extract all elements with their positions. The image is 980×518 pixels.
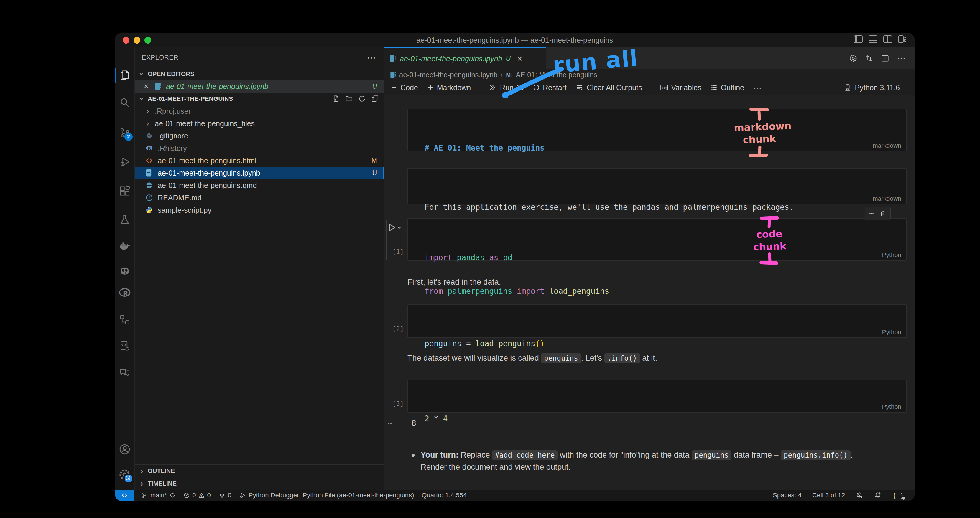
restart-kernel-button[interactable]: Restart: [532, 83, 566, 92]
comments-icon[interactable]: [115, 362, 134, 383]
delete-cell-icon[interactable]: [879, 210, 886, 217]
run-debug-icon[interactable]: [115, 151, 134, 172]
cell-more-icon[interactable]: ⋯: [869, 209, 874, 218]
run-cell-button[interactable]: [387, 222, 402, 232]
open-editors-section[interactable]: › OPEN EDITORS: [135, 68, 383, 80]
kernel-picker[interactable]: Python 3.11.6: [844, 83, 915, 92]
breadcrumb-file[interactable]: ae-01-meet-the-penguins.ipynb: [399, 71, 498, 79]
split-editor-icon[interactable]: [881, 54, 889, 62]
file-row[interactable]: sample-script.py: [135, 204, 383, 216]
notebook-body: # AE 01: Meet the penguins ## Greg Chism…: [384, 95, 915, 490]
git-status-badge: U: [372, 83, 377, 91]
broadcast-icon: [218, 492, 226, 499]
testing-flask-icon[interactable]: [115, 210, 134, 230]
cell-language-label: Python: [882, 251, 901, 258]
add-markdown-cell-button[interactable]: Markdown: [427, 83, 471, 92]
file-row[interactable]: README.md: [135, 192, 383, 204]
hierarchy-icon[interactable]: [115, 309, 134, 330]
branch-status[interactable]: main*: [142, 491, 176, 499]
quarto-status[interactable]: Quarto: 1.4.554: [422, 491, 467, 499]
notifications-bell-icon[interactable]: [874, 491, 881, 499]
customize-layout-icon[interactable]: [898, 35, 907, 43]
debugger-status[interactable]: Python Debugger: Python File (ae-01-meet…: [239, 491, 414, 499]
output-more-icon[interactable]: ⋯: [388, 419, 393, 427]
settings-gear-icon[interactable]: [115, 464, 134, 485]
code-cell[interactable]: 2 * 4 [3] Python: [407, 380, 907, 413]
file-row[interactable]: ae-01-meet-the-penguins.qmd: [135, 179, 383, 192]
timeline-section[interactable]: › TIMELINE: [135, 477, 383, 490]
file-row[interactable]: R .Rhistory: [135, 142, 383, 154]
cell-position-indicator[interactable]: Cell 3 of 12: [812, 491, 845, 499]
markdown-source-cell[interactable]: # AE 01: Meet the penguins ## Greg Chism…: [407, 109, 907, 151]
problems-status[interactable]: 0 0: [183, 491, 211, 499]
breadcrumb[interactable]: ae-01-meet-the-penguins.ipynb › M↓ AE 01…: [384, 69, 915, 80]
minimize-window-button[interactable]: [134, 37, 140, 44]
variables-button[interactable]: (x) Variables: [660, 83, 702, 92]
split-editor-layout-icon[interactable]: [883, 35, 892, 43]
tab-close-icon[interactable]: ×: [516, 54, 523, 64]
braces-indicator-icon[interactable]: { }: [892, 492, 904, 499]
close-window-button[interactable]: [123, 37, 129, 44]
add-code-cell-button[interactable]: Code: [390, 83, 418, 92]
file-row-selected[interactable]: ae-01-meet-the-penguins.ipynb U: [135, 167, 383, 179]
ports-status[interactable]: 0: [218, 491, 231, 499]
file-row[interactable]: › .Rproj.user: [135, 105, 383, 117]
outline-button[interactable]: Outline: [710, 83, 744, 92]
python-file-icon: [145, 206, 154, 215]
spaces-indicator[interactable]: Spaces: 4: [773, 491, 802, 499]
r-language-icon[interactable]: R: [115, 283, 134, 303]
new-folder-icon[interactable]: [345, 95, 353, 103]
file-row[interactable]: ae-01-meet-the-penguins.html M: [135, 154, 383, 167]
outline-section[interactable]: › OUTLINE: [135, 464, 383, 477]
close-editor-icon[interactable]: ×: [142, 82, 150, 91]
copilot-icon[interactable]: [115, 261, 134, 282]
code-token: pd: [498, 253, 512, 262]
status-bar: main* 0 0 0 Python Debugger: Python File…: [115, 490, 915, 501]
zoom-window-button[interactable]: [145, 37, 151, 44]
file-row[interactable]: .gitignore: [135, 130, 383, 142]
cell-language-label: Python: [882, 329, 901, 335]
collapse-all-icon[interactable]: [371, 95, 379, 103]
file-name: .Rproj.user: [155, 107, 191, 116]
code-line: import pandas as pd: [425, 252, 900, 263]
sync-icon: [169, 492, 176, 499]
refresh-icon[interactable]: [358, 95, 366, 103]
settings-sync-clock-badge: [124, 474, 133, 483]
notebook-file-icon: [154, 82, 162, 91]
tab-bar: ae-01-meet-the-penguins.ipynb U × ⋯: [384, 47, 915, 69]
cell-language-label: Python: [882, 403, 901, 410]
extensions-icon[interactable]: [115, 181, 134, 201]
workspace-root-header[interactable]: › AE-01-MEET-THE-PENGUINS: [135, 92, 383, 105]
code-token: pandas: [452, 253, 485, 262]
code-cell[interactable]: ⋯ import pandas as pd from palmerpengu: [407, 218, 907, 261]
execution-count: [3]: [387, 400, 404, 407]
docker-icon[interactable]: [115, 235, 134, 256]
clear-all-outputs-button[interactable]: Clear All Outputs: [576, 83, 642, 92]
code-token: load_penguins: [544, 287, 609, 296]
breadcrumb-section[interactable]: AE 01: Meet the penguins: [516, 71, 597, 79]
source-control-icon[interactable]: 2: [115, 122, 134, 143]
run-all-button[interactable]: Run All: [489, 83, 523, 92]
explorer-more-actions-icon[interactable]: ⋯: [367, 52, 377, 63]
explorer-icon[interactable]: [115, 65, 134, 86]
open-editor-item[interactable]: × ae-01-meet-the-penguins.ipynb U: [135, 80, 383, 92]
compare-swap-icon[interactable]: [865, 54, 873, 62]
chevron-right-icon: ›: [145, 107, 151, 115]
file-row[interactable]: › ae-01-meet-the-penguins_files: [135, 117, 383, 130]
accounts-icon[interactable]: [115, 439, 134, 460]
more-actions-icon[interactable]: ⋯: [897, 53, 906, 64]
notebook-renderers-icon[interactable]: [115, 335, 134, 356]
bell-slash-icon[interactable]: [856, 491, 863, 499]
toolbar-more-icon[interactable]: ⋯: [753, 83, 762, 93]
toggle-sidebar-icon[interactable]: [854, 35, 863, 43]
code-cell[interactable]: penguins = load_penguins() [2] Python: [407, 304, 907, 338]
search-icon[interactable]: [115, 92, 134, 113]
cell-output: ⋯ 8: [407, 419, 907, 428]
svg-text:(x): (x): [662, 86, 667, 90]
notebook-settings-gear-icon[interactable]: [849, 54, 858, 62]
new-file-icon[interactable]: [332, 95, 340, 103]
toggle-panel-icon[interactable]: [869, 35, 877, 43]
tab-active[interactable]: ae-01-meet-the-penguins.ipynb U ×: [384, 47, 546, 69]
markdown-source-cell[interactable]: For this application exercise, we'll use…: [407, 168, 907, 205]
remote-indicator[interactable]: [115, 490, 134, 501]
